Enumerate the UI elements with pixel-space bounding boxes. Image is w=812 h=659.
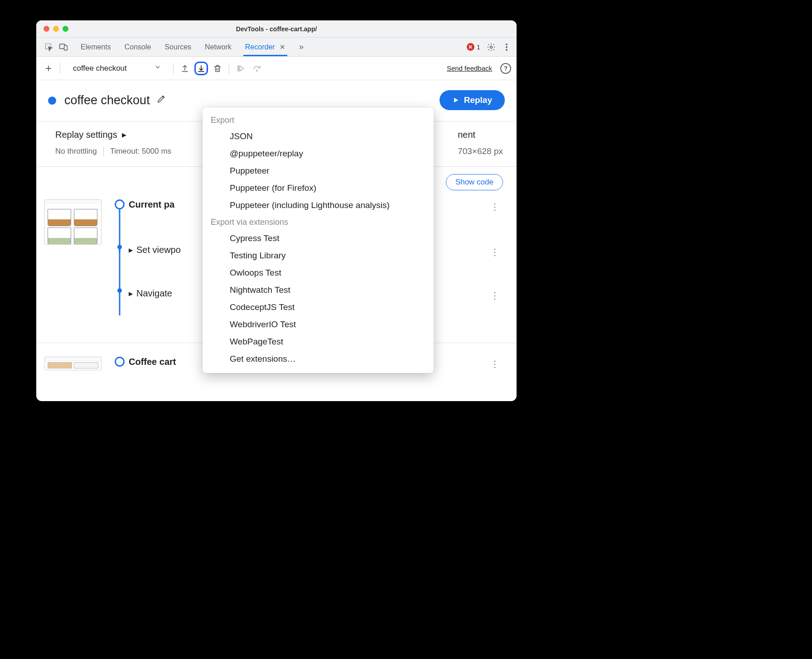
tab-recorder[interactable]: Recorder ✕ <box>245 39 285 55</box>
triangle-right-icon: ▶ <box>122 131 126 138</box>
export-option-get-extensions[interactable]: Get extensions… <box>203 350 434 368</box>
edit-title-icon[interactable] <box>156 94 166 107</box>
minimize-window-icon[interactable] <box>53 26 59 32</box>
more-menu-icon[interactable] <box>502 43 511 52</box>
show-code-button[interactable]: Show code <box>446 174 503 190</box>
send-feedback-link[interactable]: Send feedback <box>447 64 492 72</box>
divider <box>103 146 104 156</box>
timeline-node-icon <box>117 288 122 293</box>
devtools-window: DevTools - coffee-cart.app/ Elements Con… <box>36 20 517 401</box>
export-dropdown: Export JSON @puppeteer/replay Puppeteer … <box>203 107 434 373</box>
close-window-icon[interactable] <box>44 26 49 32</box>
divider <box>173 63 174 74</box>
export-extensions-header: Export via extensions <box>203 214 434 230</box>
replay-settings-label: Replay settings <box>55 130 117 140</box>
close-tab-icon[interactable]: ✕ <box>280 43 285 51</box>
triangle-right-icon: ▶ <box>129 291 133 297</box>
chevron-down-icon <box>154 63 161 73</box>
triangle-right-icon: ▶ <box>129 247 133 253</box>
svg-point-3 <box>490 46 493 48</box>
export-option-puppeteer-lighthouse[interactable]: Puppeteer (including Lighthouse analysis… <box>203 197 434 214</box>
step-thumbnail <box>44 357 102 370</box>
export-button[interactable] <box>194 62 208 75</box>
window-controls <box>44 26 68 32</box>
panel-tab-strip: Elements Console Sources Network Recorde… <box>36 38 517 57</box>
maximize-window-icon[interactable] <box>63 26 68 32</box>
new-recording-button[interactable] <box>42 62 55 75</box>
inspect-element-icon[interactable] <box>44 43 53 52</box>
step-title-label: Current pa <box>129 199 174 210</box>
svg-rect-2 <box>64 45 68 50</box>
export-option-cypress[interactable]: Cypress Test <box>203 230 434 247</box>
export-option-nightwatch[interactable]: Nightwatch Test <box>203 281 434 299</box>
step-replay-button[interactable] <box>234 62 247 75</box>
timeline-node-icon <box>115 199 125 209</box>
main-content: coffee checkout Replay Replay settings ▶ <box>36 80 517 401</box>
environment-label-partial: nent <box>458 130 503 140</box>
error-badge[interactable]: ✕ 1 <box>467 43 480 51</box>
delete-button[interactable] <box>211 62 224 75</box>
export-option-codecept[interactable]: CodeceptJS Test <box>203 299 434 316</box>
divider <box>229 63 229 74</box>
export-option-puppeteer-replay[interactable]: @puppeteer/replay <box>203 145 434 162</box>
recording-status-dot <box>48 97 56 105</box>
export-option-webdriverio[interactable]: WebdriverIO Test <box>203 316 434 333</box>
timeout-value: Timeout: 5000 ms <box>110 147 171 156</box>
recording-selector[interactable]: coffee checkout <box>68 62 166 75</box>
tab-sources[interactable]: Sources <box>164 39 191 55</box>
settings-gear-icon[interactable] <box>487 43 496 52</box>
export-option-webpagetest[interactable]: WebPageTest <box>203 333 434 350</box>
export-option-owloops[interactable]: Owloops Test <box>203 264 434 281</box>
import-button[interactable] <box>178 62 192 75</box>
timeline-node-icon <box>117 245 122 249</box>
titlebar: DevTools - coffee-cart.app/ <box>36 20 517 38</box>
export-option-puppeteer[interactable]: Puppeteer <box>203 162 434 179</box>
environment-dimensions: 703×628 px <box>458 146 503 156</box>
tab-recorder-label: Recorder <box>245 43 275 51</box>
step-menu-button[interactable]: ⋮ <box>486 357 504 371</box>
window-title: DevTools - coffee-cart.app/ <box>236 25 317 33</box>
svg-rect-4 <box>238 66 239 71</box>
recording-title: coffee checkout <box>64 93 150 107</box>
export-option-json[interactable]: JSON <box>203 128 434 145</box>
tab-network[interactable]: Network <box>205 39 232 55</box>
help-icon[interactable]: ? <box>500 63 511 74</box>
divider <box>60 63 60 74</box>
step-title-label: Coffee cart <box>129 357 176 367</box>
export-section-header: Export <box>203 112 434 128</box>
error-count: 1 <box>477 43 480 51</box>
recorder-toolbar: coffee checkout Send feedback ? <box>36 57 517 80</box>
svg-point-5 <box>256 70 258 71</box>
timeline-node-icon <box>115 357 125 367</box>
tab-elements[interactable]: Elements <box>81 39 111 55</box>
device-toolbar-icon[interactable] <box>59 43 68 52</box>
recording-selector-label: coffee checkout <box>73 64 127 73</box>
throttling-value: No throttling <box>55 147 97 156</box>
step-over-button[interactable] <box>250 62 264 75</box>
tab-console[interactable]: Console <box>125 39 151 55</box>
step-thumbnail <box>44 199 102 245</box>
export-option-testing-library[interactable]: Testing Library <box>203 247 434 264</box>
step-title-label: Navigate <box>136 288 172 299</box>
export-option-puppeteer-firefox[interactable]: Puppeteer (for Firefox) <box>203 179 434 197</box>
step-title-label: Set viewpo <box>136 245 181 255</box>
step-menu-button[interactable]: ⋮ <box>486 288 504 303</box>
step-menu-button[interactable]: ⋮ <box>486 245 504 259</box>
error-icon: ✕ <box>467 43 474 51</box>
replay-button[interactable]: Replay <box>440 90 505 110</box>
step-menu-button[interactable]: ⋮ <box>486 199 504 214</box>
replay-button-label: Replay <box>464 95 492 105</box>
more-tabs-icon[interactable]: » <box>299 42 304 52</box>
